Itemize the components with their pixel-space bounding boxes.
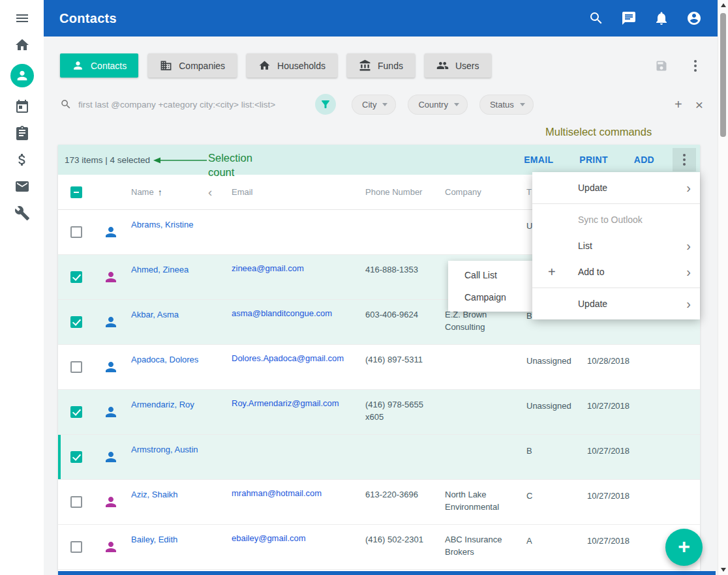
calendar-icon[interactable] (14, 98, 30, 114)
contact-name-link[interactable]: Akbar, Asma (131, 310, 179, 319)
tab-contacts[interactable]: Contacts (60, 53, 138, 78)
row-checkbox[interactable] (70, 226, 82, 238)
submenu-item-call-list[interactable]: Call List (448, 264, 533, 286)
add-button[interactable]: ADD (634, 155, 654, 165)
more-vert-icon[interactable] (688, 58, 703, 74)
person-avatar-icon[interactable] (103, 404, 119, 420)
chevron-right-icon (686, 181, 691, 194)
menu-item-update[interactable]: Update (532, 175, 700, 201)
person-avatar-icon[interactable] (103, 494, 119, 510)
table-row[interactable]: Apadoca, Dolores Dolores.Apadoca@gmail.c… (58, 345, 700, 390)
vertical-scrollbar[interactable] (718, 0, 728, 575)
email-cell (228, 435, 361, 479)
tab-households[interactable]: Households (247, 53, 337, 78)
add-filter-icon[interactable] (675, 98, 682, 111)
person-avatar-icon[interactable] (103, 224, 119, 240)
tab-label: Users (455, 61, 479, 71)
annotation-arrow (152, 156, 207, 164)
add-contact-fab[interactable] (665, 529, 703, 566)
person-avatar-icon[interactable] (103, 449, 119, 465)
tab-label: Funds (378, 61, 403, 71)
chip-label: City (362, 100, 376, 110)
app-bar: Contacts (44, 0, 718, 37)
tools-icon[interactable] (14, 205, 30, 221)
submenu-item-campaign[interactable]: Campaign (448, 286, 533, 308)
search-input[interactable]: first last @company +category city:<city… (78, 100, 297, 110)
company-cell: North Lake Environmental (441, 480, 523, 524)
row-checkbox[interactable] (70, 271, 82, 283)
column-header-email[interactable]: Email (228, 187, 361, 197)
person-avatar-icon[interactable] (103, 539, 119, 555)
save-icon[interactable] (655, 59, 668, 72)
tab-companies[interactable]: Companies (148, 53, 237, 78)
row-checkbox[interactable] (70, 496, 82, 508)
tab-label: Households (277, 61, 326, 71)
notifications-icon[interactable] (654, 10, 669, 26)
row-checkbox[interactable] (70, 451, 82, 463)
chip-status[interactable]: Status (479, 95, 534, 115)
chip-city[interactable]: City (352, 95, 396, 115)
phone-cell: 603-406-9624 (361, 300, 441, 344)
menu-divider (532, 288, 700, 288)
filter-icon[interactable] (315, 94, 336, 115)
date-cell: 10/27/2018 (583, 435, 700, 479)
contact-name-link[interactable]: Apadoca, Dolores (131, 355, 198, 364)
multiselect-more-vert-icon[interactable] (673, 148, 696, 171)
chevron-down-icon (454, 103, 459, 106)
table-row[interactable]: Aziz, Shaikh mrahman@hotmail.com 613-220… (58, 480, 700, 525)
contacts-active-icon[interactable] (10, 64, 34, 87)
table-row[interactable]: Armstrong, Austin B 10/27/2018 (58, 435, 700, 480)
home-icon[interactable] (14, 37, 30, 53)
row-checkbox[interactable] (70, 361, 82, 373)
plus-icon (548, 265, 556, 280)
menu-item-add-to[interactable]: Add to (532, 259, 700, 285)
row-checkbox[interactable] (70, 316, 82, 328)
menu-item-update-2[interactable]: Update (532, 291, 700, 317)
chat-icon[interactable] (621, 10, 637, 26)
menu-item-list[interactable]: List (532, 233, 700, 259)
print-button[interactable]: PRINT (579, 155, 608, 165)
email-cell: Roy.Armendariz@gmail.com (228, 390, 361, 434)
contact-name-link[interactable]: Abrams, Kristine (131, 220, 193, 229)
email-button[interactable]: EMAIL (524, 155, 553, 165)
column-header-name[interactable]: Name ↑ (127, 187, 204, 198)
clear-search-icon[interactable] (695, 98, 703, 111)
chevron-down-icon (382, 103, 387, 106)
tab-users[interactable]: Users (425, 53, 491, 78)
select-all-checkbox[interactable] (70, 186, 82, 198)
column-header-company[interactable]: Company (441, 187, 523, 197)
money-icon[interactable] (14, 152, 30, 168)
search-icon[interactable] (588, 10, 604, 26)
account-icon[interactable] (686, 10, 702, 26)
person-avatar-icon[interactable] (103, 359, 119, 375)
scroll-up-icon[interactable] (721, 3, 726, 7)
contact-name-link[interactable]: Ahmed, Zineea (131, 265, 189, 274)
scroll-down-icon[interactable] (721, 568, 726, 572)
mail-icon[interactable] (14, 179, 30, 194)
row-checkbox[interactable] (70, 406, 82, 418)
category-cell: C (523, 480, 583, 524)
contact-name-link[interactable]: Aziz, Shaikh (131, 490, 178, 499)
person-avatar-icon[interactable] (103, 314, 119, 330)
contact-name-link[interactable]: Bailey, Edith (131, 535, 177, 544)
menu-item-sync-outlook[interactable]: Sync to Outlook (532, 207, 700, 233)
chip-country[interactable]: Country (408, 95, 468, 115)
row-checkbox[interactable] (70, 541, 82, 553)
column-header-phone[interactable]: Phone Number (361, 187, 441, 197)
person-avatar-icon[interactable] (103, 269, 119, 285)
email-cell: zineea@gmail.com (228, 255, 361, 299)
table-row[interactable]: Armendariz, Roy Roy.Armendariz@gmail.com… (58, 390, 700, 435)
table-row[interactable]: Bailey, Edith ebailey@gmail.com (416) 50… (58, 525, 700, 570)
tasks-icon[interactable] (14, 125, 30, 141)
category-cell: Unassigned (523, 390, 583, 434)
horizontal-scrollbar[interactable] (58, 571, 716, 575)
tab-funds[interactable]: Funds (347, 53, 415, 78)
contact-name-link[interactable]: Armstrong, Austin (131, 445, 198, 454)
menu-icon[interactable] (14, 10, 30, 26)
search-field-icon (60, 98, 72, 110)
chevron-right-icon (686, 239, 691, 252)
collapse-columns-icon[interactable]: ‹ (204, 185, 228, 199)
phone-cell: 416-888-1353 (361, 255, 441, 299)
contact-name-link[interactable]: Armendariz, Roy (131, 400, 194, 409)
scrollbar-thumb[interactable] (720, 13, 726, 137)
